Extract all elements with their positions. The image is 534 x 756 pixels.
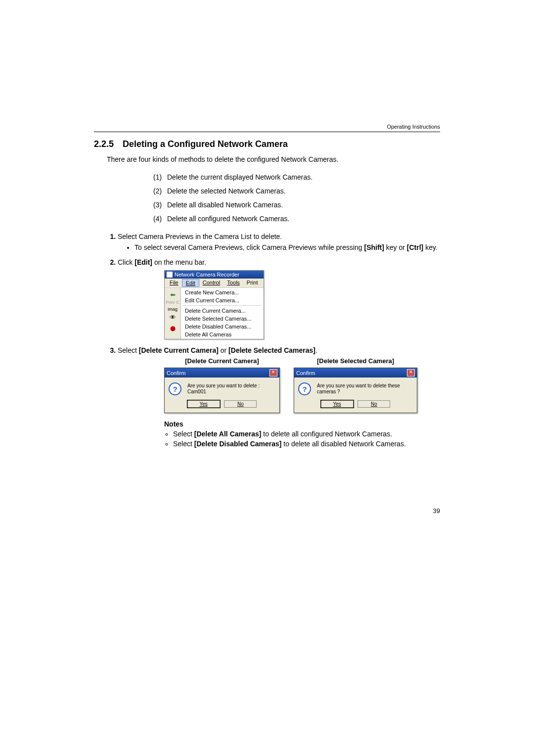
yes-button[interactable]: Yes — [187, 400, 220, 408]
header-rule — [94, 132, 440, 132]
imag-label: Imag — [168, 307, 178, 312]
window-titlebar: Network Camera Recorder — [165, 271, 264, 279]
edit-dropdown: Create New Camera... Edit Current Camera… — [181, 288, 264, 339]
menu-item-delete-current[interactable]: Delete Current Camera... — [181, 307, 264, 315]
note-2: Select [Delete Disabled Cameras] to dele… — [173, 440, 440, 448]
intro-text: There are four kinds of methods to delet… — [107, 155, 440, 163]
step-3: Select [Delete Current Camera] or [Delet… — [118, 346, 440, 448]
method-text: Delete all configured Network Cameras. — [167, 215, 289, 223]
notes-heading: Notes — [164, 420, 440, 428]
method-num: (3) — [153, 201, 167, 209]
yes-button[interactable]: Yes — [321, 400, 354, 408]
dialog-title: Confirm — [167, 370, 186, 376]
dialog-message: Are you sure you want to delete these ca… — [317, 383, 413, 395]
note-1: Select [Delete All Cameras] to delete al… — [173, 430, 440, 438]
toolbar-side: ⬅ Prev C Imag 👁 ⬤ — [165, 288, 181, 339]
menu-item-delete-disabled[interactable]: Delete Disabled Cameras... — [181, 323, 264, 331]
section-heading: Deleting a Configured Network Camera — [123, 139, 288, 149]
method-num: (4) — [153, 215, 167, 223]
menu-control[interactable]: Control — [199, 279, 223, 287]
menubar: File Edit Control Tools Print — [165, 279, 264, 288]
steps-list: Select Camera Previews in the Camera Lis… — [107, 233, 440, 448]
section-number: 2.2.5 — [94, 139, 114, 149]
menu-tools[interactable]: Tools — [223, 279, 243, 287]
header-label: Operating Instructions — [94, 124, 440, 130]
prev-label: Prev C — [166, 300, 179, 305]
window-title: Network Camera Recorder — [175, 272, 239, 278]
method-text: Delete all disabled Network Cameras. — [167, 201, 283, 209]
menu-item-edit-current[interactable]: Edit Current Camera... — [181, 296, 264, 304]
question-icon: ? — [298, 382, 311, 395]
close-icon[interactable]: ✕ — [269, 369, 277, 377]
confirm-dialog-current: Confirm ✕ ? Are you sure you want to del… — [164, 368, 280, 413]
step-2: Click [Edit] on the menu bar. Network Ca… — [118, 258, 440, 339]
app-icon — [167, 272, 173, 278]
confirm-dialog-selected: Confirm ✕ ? Are you sure you want to del… — [294, 368, 417, 413]
menu-divider — [183, 305, 262, 306]
menu-file[interactable]: File — [166, 279, 182, 287]
notes-list: Select [Delete All Cameras] to delete al… — [164, 430, 440, 448]
step-1: Select Camera Previews in the Camera Lis… — [118, 233, 440, 251]
eye-icon[interactable]: 👁 — [168, 312, 178, 322]
dialog-message: Are you sure you want to delete : Cam001 — [187, 383, 275, 395]
methods-list: (1)Delete the current displayed Network … — [153, 173, 440, 223]
step1-sub: To select several Camera Previews, click… — [134, 243, 440, 251]
method-num: (1) — [153, 173, 167, 181]
dialog-right-label: [Delete Selected Camera] — [294, 357, 417, 365]
no-button[interactable]: No — [357, 400, 390, 408]
no-button[interactable]: No — [224, 400, 257, 408]
dialog-title: Confirm — [296, 370, 315, 376]
method-text: Delete the current displayed Network Cam… — [167, 173, 312, 181]
page-number: 39 — [94, 507, 440, 515]
menu-item-delete-all[interactable]: Delete All Cameras — [181, 331, 264, 338]
menu-screenshot: Network Camera Recorder File Edit Contro… — [164, 270, 264, 339]
back-arrow-icon[interactable]: ⬅ — [168, 289, 178, 299]
method-num: (2) — [153, 187, 167, 195]
dialog-left-label: [Delete Current Camera] — [164, 357, 280, 365]
section-title: 2.2.5Deleting a Configured Network Camer… — [94, 139, 440, 149]
rec-icon[interactable]: ⬤ — [168, 323, 178, 333]
close-icon[interactable]: ✕ — [407, 369, 415, 377]
step1-text: Select Camera Previews in the Camera Lis… — [118, 233, 282, 240]
question-icon: ? — [169, 382, 181, 395]
method-text: Delete the selected Network Cameras. — [167, 187, 286, 195]
menu-item-delete-selected[interactable]: Delete Selected Cameras... — [181, 315, 264, 323]
menu-edit[interactable]: Edit — [182, 279, 199, 287]
menu-print[interactable]: Print — [243, 279, 262, 287]
menu-item-create-new[interactable]: Create New Camera... — [181, 288, 264, 296]
